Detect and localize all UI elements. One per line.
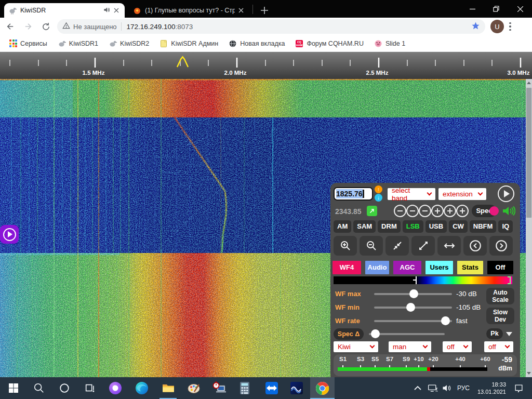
zoom-max-out-icon[interactable] [411, 236, 435, 256]
forward-button[interactable] [21, 19, 35, 34]
colormap-max-marker[interactable] [510, 276, 511, 284]
action-center-icon[interactable] [509, 377, 528, 399]
scrollbar-down-button[interactable] [526, 369, 532, 377]
band-select[interactable]: select band [388, 188, 435, 200]
mode-nbfm[interactable]: NBFM [470, 220, 497, 233]
mode-lsb[interactable]: LSB [403, 220, 423, 233]
colormap-select[interactable]: Kiwi [334, 341, 378, 352]
zoom-out-icon[interactable] [419, 205, 431, 217]
tray-expand-icon[interactable] [410, 377, 425, 399]
spectrum-shift-icon[interactable] [437, 236, 461, 256]
zoom-in-magnifier-icon[interactable] [334, 236, 357, 256]
spec-delta-slider[interactable] [369, 333, 445, 335]
slider-knob[interactable] [406, 303, 415, 312]
search-icon[interactable] [26, 377, 51, 399]
tab-wf4[interactable]: WF4 [332, 261, 361, 274]
wf-rate-slider[interactable] [374, 320, 452, 322]
mode-am[interactable]: AM [334, 220, 351, 233]
frequency-up-button[interactable]: ↑ [375, 185, 382, 193]
auto-scale-button[interactable]: AutoScale [486, 288, 514, 304]
colormap-min-marker[interactable] [416, 276, 417, 284]
tab-users[interactable]: Users [425, 261, 453, 274]
audio-start-overlay-button[interactable] [0, 225, 19, 244]
option-select-1[interactable]: off [443, 341, 472, 352]
file-explorer-icon[interactable] [156, 377, 180, 399]
wf-min-slider[interactable] [374, 307, 452, 309]
tab-stats[interactable]: Stats [457, 261, 483, 274]
slow-dev-button[interactable]: SlowDev [486, 308, 514, 324]
window-minimize-button[interactable] [460, 0, 484, 18]
chevron-down-icon[interactable] [506, 332, 512, 336]
edge-browser-icon[interactable] [129, 377, 154, 399]
slider-knob[interactable] [371, 329, 380, 338]
mode-sam[interactable]: SAM [353, 220, 376, 233]
tab-audio-icon[interactable] [103, 6, 110, 15]
bookmark-kiwisdr1[interactable]: KiwiSDR1 [54, 38, 102, 49]
mode-cw[interactable]: CW [449, 220, 468, 233]
tab-agc[interactable]: AGC [393, 261, 421, 274]
bookmark-star-icon[interactable] [471, 21, 480, 32]
slider-knob[interactable] [441, 316, 450, 325]
chrome-icon[interactable] [310, 377, 335, 399]
tab-close-icon[interactable] [237, 6, 245, 15]
tab-audio[interactable]: Audio [365, 261, 389, 274]
frequency-input[interactable]: 1825.76 [334, 187, 373, 201]
aperture-select[interactable]: man [389, 341, 431, 352]
network-icon[interactable] [425, 377, 441, 399]
bookmark-kiwisdr-admin[interactable]: KiwiSDR Админ [155, 38, 222, 49]
bookmark-services[interactable]: Сервисы [5, 38, 51, 49]
wf-max-slider[interactable] [374, 293, 452, 295]
mode-iq[interactable]: IQ [498, 220, 513, 233]
language-indicator[interactable]: РУС [457, 384, 470, 392]
alice-assistant-icon[interactable] [103, 377, 127, 399]
teamviewer-icon[interactable] [259, 377, 284, 399]
zoom-out-icon[interactable] [394, 205, 406, 217]
tab-off[interactable]: Off [487, 261, 513, 274]
remote-timer-app-icon[interactable] [207, 377, 231, 399]
chrome-menu-icon[interactable] [509, 22, 511, 31]
scrollbar-thumb[interactable] [526, 88, 531, 218]
clock[interactable]: 18:33 13.01.2021 [474, 377, 506, 399]
option-select-2[interactable]: off [484, 341, 513, 352]
calculator-icon[interactable] [232, 377, 257, 399]
frequency-scale[interactable]: 1.5 MHz 2.0 MHz 2.5 MHz 3.0 MHz [0, 52, 532, 79]
zoom-in-icon[interactable] [431, 205, 444, 217]
speaker-icon[interactable] [502, 205, 515, 219]
url-text[interactable]: 172.16.249.100:8073 [127, 23, 471, 31]
bookmark-cqham-forum[interactable]: CQHAM Форум CQHAM.RU [291, 38, 368, 49]
slider-knob[interactable] [409, 289, 418, 298]
extension-select[interactable]: extension [438, 188, 486, 200]
window-close-button[interactable] [508, 0, 532, 18]
volume-icon[interactable] [440, 377, 454, 399]
page-left-icon[interactable] [463, 236, 487, 256]
back-button[interactable] [3, 19, 18, 34]
page-scrollbar[interactable] [526, 79, 532, 377]
address-bar[interactable]: Не защищено 172.16.249.100:8073 [57, 19, 485, 34]
start-button[interactable] [1, 377, 25, 399]
zoom-in-icon[interactable] [444, 205, 456, 217]
spec-delta-button[interactable]: Spec Δ [334, 328, 364, 340]
profile-avatar[interactable]: U [490, 20, 504, 33]
tab-close-icon[interactable] [112, 6, 121, 15]
record-button[interactable] [489, 206, 499, 216]
tab-kiwisdr[interactable]: KiwiSDR [4, 3, 125, 18]
panel-play-button[interactable] [498, 185, 514, 202]
bookmark-new-tab[interactable]: Новая вкладка [224, 38, 289, 49]
peak-button[interactable]: Pk [486, 328, 503, 339]
tab-forum[interactable]: (1) Глупые вопросы тут? - Стран [129, 3, 249, 18]
zoom-out-magnifier-icon[interactable] [360, 236, 383, 256]
reload-button[interactable] [38, 19, 53, 34]
page-right-icon[interactable] [489, 236, 513, 256]
zoom-to-passband-icon[interactable] [385, 236, 409, 256]
link-frequency-icon[interactable] [367, 206, 377, 216]
paint-icon[interactable] [181, 377, 206, 399]
new-tab-button[interactable] [258, 4, 271, 17]
frequency-down-button[interactable]: ↓ [375, 194, 382, 202]
wave-app-icon[interactable] [284, 377, 309, 399]
security-label[interactable]: Не защищено [73, 23, 117, 31]
zoom-out-icon[interactable] [406, 205, 419, 217]
task-view-icon[interactable] [77, 377, 102, 399]
mode-usb[interactable]: USB [425, 220, 447, 233]
window-restore-button[interactable] [484, 0, 508, 18]
mode-drm[interactable]: DRM [378, 220, 401, 233]
